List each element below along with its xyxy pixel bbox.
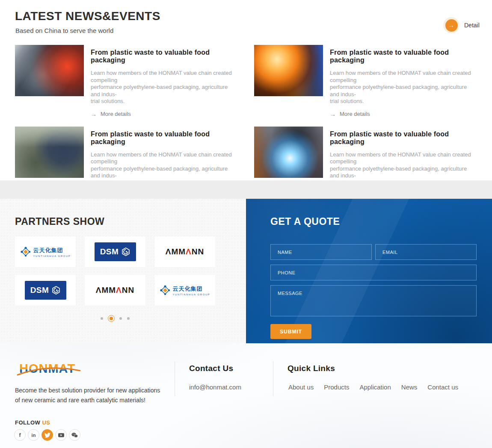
quick-links-title: Quick Links (287, 364, 335, 373)
partners-logo-grid: 云天化集团 YUNTIANHUA GROUP DSM (15, 236, 215, 306)
footer-divider (273, 361, 273, 396)
ammann-logo-part2: Λ (116, 286, 122, 295)
news-card-title: From plastic waste to valuable food pack… (91, 130, 238, 146)
dsm-logo-label: DSM (30, 286, 49, 295)
detail-button-halo: → (443, 17, 459, 33)
partner-card-dsm[interactable]: DSM (15, 275, 76, 306)
news-card-body: From plastic waste to valuable food pack… (330, 45, 477, 118)
email-input[interactable] (375, 244, 477, 260)
yuntianhua-en-label: YUNTIANHUA GROUP (33, 255, 71, 257)
get-a-quote-section: GET A QUOTE SUBMIT (246, 199, 492, 343)
arrow-right-icon: → (330, 111, 336, 118)
quick-link-application[interactable]: Application (359, 383, 391, 391)
machinist-lathe-photo (15, 127, 84, 178)
detail-button[interactable]: → Detail (443, 17, 491, 33)
phone-input[interactable] (270, 265, 477, 280)
ammann-logo-part1: ΛMM (96, 286, 116, 295)
twitter-icon[interactable] (41, 429, 53, 441)
news-card-title: From plastic waste to valuable food pack… (91, 49, 238, 64)
dsm-hexagon-icon (52, 286, 60, 295)
name-input[interactable] (270, 244, 372, 260)
yuntianhua-cn-label: 云天化集团 (173, 285, 210, 293)
yuntianhua-en-label: YUNTIANHUA GROUP (173, 293, 210, 296)
carousel-dot-active[interactable] (108, 315, 115, 322)
ammann-logo-part2: Λ (186, 247, 192, 256)
quick-links-row: About us Products Application News Conta… (288, 383, 458, 391)
more-details-link[interactable]: → More details (330, 111, 477, 118)
detail-button-label: Detail (464, 22, 480, 29)
honmat-logo: HONMAT HONMAT (19, 360, 79, 378)
linkedin-icon[interactable]: in (28, 429, 39, 441)
follow-label: FOLLOW (15, 419, 42, 426)
arrow-right-icon: → (445, 19, 458, 32)
yuntianhua-logo: 云天化集团 YUNTIANHUA GROUP (20, 246, 71, 257)
message-textarea[interactable] (270, 285, 477, 316)
ammann-logo: ΛMMΛNN (96, 286, 134, 295)
news-section-title: LATEST NEWS&EVENTS (15, 9, 160, 23)
news-card[interactable]: From plastic waste to valuable food pack… (254, 45, 477, 118)
partners-show-section: PARTNERS SHOW (0, 199, 246, 343)
social-icons-row: f in (14, 429, 83, 441)
quote-section-title: GET A QUOTE (270, 216, 477, 227)
dsm-logo-label: DSM (100, 247, 119, 256)
honmat-swoosh-icon (16, 360, 83, 378)
partner-card-yuntianhua[interactable]: 云天化集团 YUNTIANHUA GROUP (15, 236, 76, 267)
more-details-link[interactable]: → More details (91, 111, 238, 118)
yuntianhua-logo: 云天化集团 YUNTIANHUA GROUP (160, 285, 210, 296)
footer: HONMAT HONMAT Become the best solution p… (0, 343, 492, 448)
partner-card-yuntianhua[interactable]: 云天化集团 YUNTIANHUA GROUP (154, 275, 215, 306)
quick-link-products[interactable]: Products (324, 383, 349, 391)
news-card-title: From plastic waste to valuable food pack… (330, 130, 477, 146)
news-card-title: From plastic waste to valuable food pack… (330, 49, 477, 64)
follow-us-label: FOLLOW US (15, 419, 50, 426)
quick-link-about[interactable]: About us (288, 383, 314, 391)
yuntianhua-molecule-icon (160, 285, 171, 296)
wechat-icon[interactable] (69, 429, 80, 441)
news-card-body: From plastic waste to valuable food pack… (91, 45, 238, 118)
dsm-hexagon-icon (122, 248, 130, 256)
partner-card-dsm[interactable]: DSM (85, 236, 145, 267)
news-section-subtitle: Based on China to serve the world (15, 27, 113, 34)
us-label: US (42, 419, 50, 426)
yuntianhua-molecule-icon (20, 246, 31, 257)
more-details-label: More details (340, 111, 370, 117)
quote-form: SUBMIT (270, 244, 477, 339)
youtube-icon[interactable] (55, 429, 67, 441)
news-cards-grid: From plastic waste to valuable food pack… (15, 45, 477, 199)
ammann-logo-part3: NN (192, 247, 204, 256)
news-card-text: Learn how members of the HONMAT value ch… (330, 70, 477, 105)
news-card-text: Learn how members of the HONMAT value ch… (91, 70, 238, 105)
dsm-logo: DSM (95, 242, 136, 261)
partners-section-title: PARTNERS SHOW (15, 216, 104, 227)
ammann-logo: ΛMMΛNN (166, 247, 204, 256)
more-details-label: More details (101, 111, 131, 117)
partners-carousel-dots (15, 315, 215, 322)
ammann-logo-part3: NN (122, 286, 134, 295)
ammann-logo-part1: ΛMM (166, 247, 186, 256)
section-divider-band (0, 180, 492, 199)
carousel-dot[interactable] (127, 317, 130, 320)
contact-email[interactable]: info@honmat.com (189, 383, 241, 391)
facebook-icon[interactable]: f (14, 429, 26, 441)
carousel-dot[interactable] (119, 317, 122, 320)
footer-tagline: Become the best solution provider for ne… (15, 386, 160, 405)
footer-divider (175, 361, 175, 396)
contact-us-title: Contact Us (189, 364, 233, 373)
news-card[interactable]: From plastic waste to valuable food pack… (15, 45, 238, 118)
submit-button[interactable]: SUBMIT (270, 324, 311, 339)
carousel-dot-core (110, 317, 113, 320)
metal-casting-photo (254, 45, 323, 96)
yuntianhua-cn-label: 云天化集团 (33, 247, 71, 254)
latest-news-section: LATEST NEWS&EVENTS Based on China to ser… (0, 0, 492, 180)
quick-link-contact[interactable]: Contact us (427, 383, 458, 391)
welding-sparks-photo (254, 127, 323, 178)
mid-section: PARTNERS SHOW (0, 199, 492, 343)
tire-exhaust-photo (15, 45, 84, 96)
dsm-logo: DSM (25, 281, 66, 300)
partner-card-ammann[interactable]: ΛMMΛNN (85, 275, 145, 306)
carousel-dot[interactable] (101, 317, 103, 320)
arrow-right-icon: → (91, 111, 97, 118)
partner-card-ammann[interactable]: ΛMMΛNN (154, 236, 215, 267)
quick-link-news[interactable]: News (401, 383, 418, 391)
